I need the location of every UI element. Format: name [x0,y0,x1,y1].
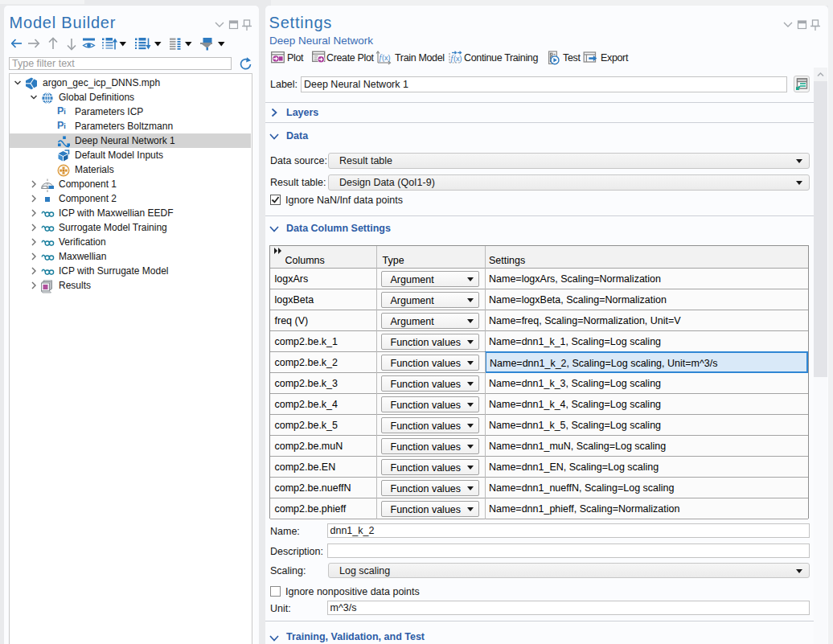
svg-text:(x): (x) [453,55,462,63]
svg-text:(x): (x) [382,54,391,62]
